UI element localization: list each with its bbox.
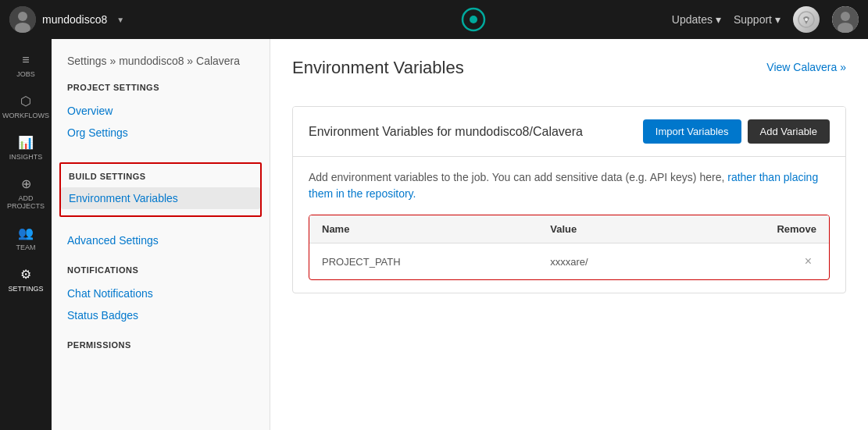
card-title: Environment Variables for mundodisco8/Ca… [309,125,583,139]
support-menu[interactable]: Support ▾ [734,13,780,26]
sidebar-item-label: WORKFLOWS [2,112,49,119]
team-icon: 👥 [18,226,34,240]
table-header-row: Name Value Remove [309,215,829,243]
user-profile-avatar[interactable] [832,6,859,33]
main-layout: ≡ JOBS ⬡ WORKFLOWS 📊 INSIGHTS ⊕ ADD PROJ… [0,39,868,430]
svg-point-1 [18,12,27,21]
sidebar-item-label: JOBS [16,70,35,78]
env-variables-table: Name Value Remove PROJECT_PATH xxxxare/ … [309,215,829,279]
add-projects-icon: ⊕ [21,176,31,191]
circleci-logo [461,7,486,32]
nav-env-vars[interactable]: Environment Variables [61,187,260,209]
card-body: Add environment variables to the job. Yo… [293,157,845,293]
sidebar-item-label: ADD PROJECTS [3,194,48,210]
view-calavera-link[interactable]: View Calavera » [766,61,846,73]
page-title: Environment Variables [292,58,464,78]
username-dropdown-icon[interactable]: ▼ [116,16,124,24]
remove-variable-button[interactable]: × [800,253,816,270]
sidebar-item-label: INSIGHTS [9,153,43,161]
add-variable-button[interactable]: Add Variable [748,119,830,144]
card-actions: Import Variables Add Variable [643,119,830,144]
project-settings-label: PROJECT SETTINGS [67,83,254,92]
sidebar-item-workflows[interactable]: ⬡ WORKFLOWS [0,87,52,126]
nav-org-settings[interactable]: Org Settings [67,122,254,144]
jobs-icon: ≡ [22,53,29,67]
env-var-name: PROJECT_PATH [309,243,538,280]
env-var-value: xxxxare/ [538,243,764,280]
column-remove-header: Remove [764,215,829,243]
left-panel: Settings » mundodisco8 » Calavera PROJEC… [52,39,270,430]
description-text: Add environment variables to the job. Yo… [309,171,724,183]
build-settings-box: BUILD SETTINGS Environment Variables [59,162,262,217]
nav-status-badges[interactable]: Status Badges [67,304,254,326]
env-table-wrapper: Name Value Remove PROJECT_PATH xxxxare/ … [309,215,830,280]
svg-point-6 [805,18,808,21]
sidebar: ≡ JOBS ⬡ WORKFLOWS 📊 INSIGHTS ⊕ ADD PROJ… [0,39,52,430]
sidebar-item-label: SETTINGS [8,285,43,293]
table-row: PROJECT_PATH xxxxare/ × [309,243,829,280]
sidebar-item-label: TEAM [16,243,35,251]
sidebar-item-jobs[interactable]: ≡ JOBS [0,47,52,84]
notification-icon[interactable] [793,6,820,33]
svg-point-4 [470,16,477,23]
username-label: mundodisco8 [42,13,107,26]
card-header: Environment Variables for mundodisco8/Ca… [293,107,845,157]
permissions-label: PERMISSIONS [67,340,254,350]
column-value-header: Value [538,215,764,243]
top-nav: mundodisco8 ▼ Updates ▾ Support ▾ [0,0,868,39]
nav-advanced-settings[interactable]: Advanced Settings [67,229,254,251]
notifications-label: NOTIFICATIONS [67,265,254,275]
workflows-icon: ⬡ [20,94,31,108]
nav-chat-notifications[interactable]: Chat Notifications [67,283,254,304]
sidebar-item-team[interactable]: 👥 TEAM [0,219,52,258]
insights-icon: 📊 [18,135,34,150]
sidebar-item-add-projects[interactable]: ⊕ ADD PROJECTS [0,170,52,216]
import-variables-button[interactable]: Import Variables [643,119,741,144]
env-vars-card: Environment Variables for mundodisco8/Ca… [292,106,846,293]
breadcrumb: Settings » mundodisco8 » Calavera [67,55,254,67]
settings-icon: ⚙ [20,267,31,282]
content-header: Environment Variables View Calavera » [292,58,846,94]
updates-menu[interactable]: Updates ▾ [672,13,721,26]
sidebar-item-insights[interactable]: 📊 INSIGHTS [0,129,52,167]
nav-overview[interactable]: Overview [67,100,254,122]
user-avatar [9,6,36,33]
content-area: Environment Variables View Calavera » En… [270,39,868,430]
sidebar-item-settings[interactable]: ⚙ SETTINGS [0,261,52,299]
build-settings-label: BUILD SETTINGS [69,172,252,181]
svg-point-8 [841,12,850,21]
env-var-remove-cell: × [764,243,829,280]
column-name-header: Name [309,215,538,243]
